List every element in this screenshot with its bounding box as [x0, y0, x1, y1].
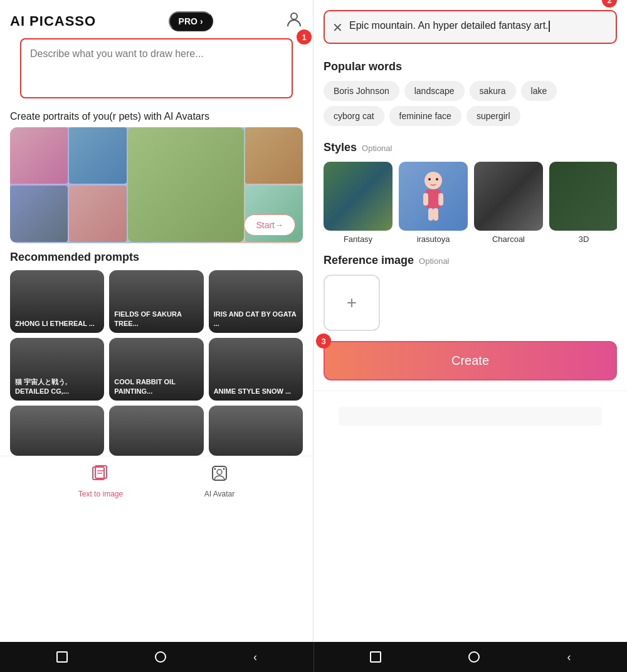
close-button[interactable]: ✕	[332, 20, 343, 35]
prompt-card-text-6: ANIME STYLE SNOW ...	[214, 387, 291, 396]
svg-point-6	[217, 470, 222, 475]
prompts-grid-partial	[10, 406, 303, 456]
svg-rect-13	[428, 208, 433, 221]
android-nav-bar: ‹ ‹	[0, 642, 627, 672]
avatar-cell	[69, 186, 127, 242]
style-card-irasutoya[interactable]: irasutoya	[399, 162, 468, 244]
style-card-charcoal[interactable]: Charcoal	[474, 162, 543, 244]
word-chip-sakura[interactable]: sakura	[470, 81, 516, 101]
text-to-image-icon	[91, 464, 110, 487]
prompt-card-6[interactable]: ANIME STYLE SNOW ...	[209, 338, 303, 401]
prompt-card-text-4: 猫 宇宙人と戦う, DETAILED CG,...	[15, 377, 99, 396]
prompt-card-partial-1[interactable]	[10, 406, 104, 456]
android-circle-button-left[interactable]	[155, 651, 166, 663]
pro-label: PRO	[179, 16, 198, 26]
word-chip-supergirl[interactable]: supergirl	[466, 106, 520, 126]
badge-1: 1	[297, 29, 312, 45]
create-btn-area: 3 Create	[314, 331, 627, 391]
word-chip-boris-johnson[interactable]: Boris Johnson	[324, 81, 399, 101]
svg-rect-12	[438, 193, 443, 206]
app-logo: AI PICASSO	[10, 13, 96, 29]
android-circle-button-right[interactable]	[468, 651, 480, 663]
android-square-button-right[interactable]	[370, 651, 381, 663]
style-card-3d[interactable]: 3D	[549, 162, 617, 244]
bottom-nav-left: Text to image AI Avatar	[0, 456, 313, 506]
svg-point-0	[291, 13, 297, 19]
style-label-irasutoya: irasutoya	[417, 234, 450, 244]
start-button[interactable]: Start→	[244, 214, 295, 236]
ai-avatar-label: AI Avatar	[204, 490, 234, 498]
nav-text-to-image[interactable]: Text to image	[78, 464, 123, 498]
prompt-card-2[interactable]: FIELDS OF SAKURA TREE...	[109, 270, 203, 333]
android-back-button-left[interactable]: ‹	[253, 651, 257, 663]
styles-section: Styles Optional Fantasy	[314, 131, 627, 244]
svg-point-15	[428, 178, 431, 181]
styles-optional: Optional	[362, 144, 392, 153]
prompt-card-4[interactable]: 猫 宇宙人と戦う, DETAILED CG,...	[10, 338, 104, 401]
word-chip-cyborg-cat[interactable]: cyborg cat	[324, 106, 384, 126]
style-img-irasutoya	[399, 162, 468, 231]
prompt-textarea[interactable]	[30, 48, 283, 86]
prompts-grid: ZHONG LI ETHEREAL ... FIELDS OF SAKURA T…	[10, 270, 303, 401]
prompt-card-1[interactable]: ZHONG LI ETHEREAL ...	[10, 270, 104, 333]
prompt-input-area[interactable]	[20, 38, 293, 98]
plus-icon: +	[347, 293, 357, 313]
svg-point-8	[223, 468, 224, 470]
search-container[interactable]: ✕ Epic mountain. An hyper detailed fanta…	[324, 10, 617, 44]
prompt-card-5[interactable]: COOL RABBIT OIL PAINTING...	[109, 338, 203, 401]
recommended-section: Recommended prompts ZHONG LI ETHEREAL ..…	[0, 243, 313, 456]
avatar-cell-large	[128, 127, 245, 242]
search-input-text[interactable]: Epic mountain. An hyper detailed fantasy…	[349, 19, 608, 33]
avatars-title: Create portraits of you(r pets) with AI …	[10, 111, 303, 122]
svg-point-9	[424, 172, 442, 189]
user-avatar-icon[interactable]	[285, 10, 303, 32]
reference-optional: Optional	[419, 256, 449, 266]
style-card-fantasy[interactable]: Fantasy	[324, 162, 393, 244]
prompt-card-partial-3[interactable]	[209, 406, 303, 456]
word-chip-landscape[interactable]: landscape	[404, 81, 465, 101]
reference-image-upload[interactable]: +	[324, 275, 380, 331]
style-label-charcoal: Charcoal	[492, 234, 525, 244]
style-label-fantasy: Fantasy	[344, 234, 372, 244]
avatar-cell	[10, 127, 68, 184]
search-bar-area: 2 ✕ Epic mountain. An hyper detailed fan…	[314, 0, 627, 50]
style-img-charcoal	[474, 162, 543, 231]
text-to-image-label: Text to image	[78, 490, 123, 498]
svg-point-7	[214, 468, 216, 470]
words-row-2: cyborg cat feminine face supergirl	[324, 106, 617, 126]
reference-section: Reference image Optional +	[314, 244, 627, 331]
bottom-nav-right	[314, 391, 627, 441]
prompt-card-3[interactable]: IRIS AND CAT BY OGATA ...	[209, 270, 303, 333]
android-back-button-right[interactable]: ‹	[567, 651, 571, 663]
pro-badge-button[interactable]: PRO ›	[169, 11, 213, 31]
avatars-section: Create portraits of you(r pets) with AI …	[0, 111, 313, 243]
pro-arrow: ›	[200, 16, 203, 26]
android-square-button-left[interactable]	[56, 651, 68, 663]
prompt-card-partial-2[interactable]	[109, 406, 203, 456]
create-button[interactable]: Create	[324, 341, 617, 381]
svg-point-16	[436, 178, 438, 181]
popular-words-section: Popular words Boris Johnson landscape sa…	[314, 50, 627, 131]
styles-row: Fantasy	[324, 162, 617, 244]
reference-header: Reference image Optional	[324, 254, 617, 267]
avatar-cell	[245, 127, 303, 184]
nav-ai-avatar[interactable]: AI Avatar	[204, 464, 234, 498]
style-img-3d	[549, 162, 617, 231]
text-cursor	[549, 21, 550, 32]
right-panel: 2 ✕ Epic mountain. An hyper detailed fan…	[314, 0, 627, 642]
badge-3: 3	[316, 333, 331, 349]
prompt-card-text-2: FIELDS OF SAKURA TREE...	[114, 310, 198, 328]
avatar-cell	[69, 127, 127, 184]
reference-title: Reference image	[324, 254, 414, 267]
style-label-3d: 3D	[579, 234, 589, 244]
word-chip-feminine-face[interactable]: feminine face	[389, 106, 461, 126]
svg-rect-11	[423, 193, 428, 206]
svg-rect-14	[433, 208, 438, 221]
word-chip-lake[interactable]: lake	[521, 81, 557, 101]
prompt-card-text-3: IRIS AND CAT BY OGATA ...	[214, 310, 298, 328]
prompt-card-text-1: ZHONG LI ETHEREAL ...	[15, 319, 95, 328]
avatar-cell	[10, 186, 68, 242]
android-nav-left: ‹	[0, 642, 314, 672]
android-nav-right: ‹	[314, 642, 628, 672]
popular-words-title: Popular words	[324, 60, 617, 73]
